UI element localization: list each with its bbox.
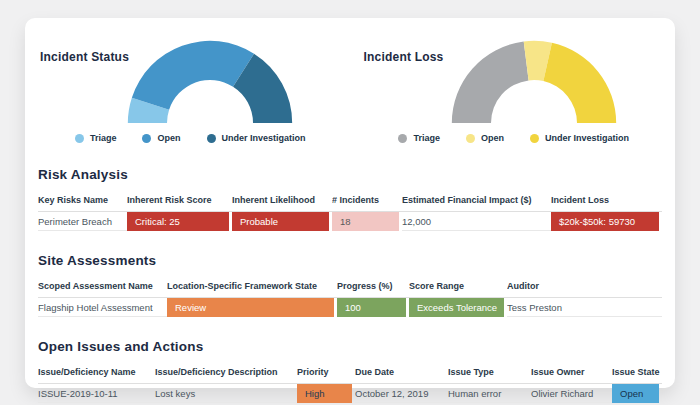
framework-state-cell[interactable]: Review — [167, 298, 334, 317]
issue-name-cell[interactable]: ISSUE-2019-10-11 — [38, 384, 155, 403]
under-investigation-legend-dot-icon — [530, 134, 539, 143]
inherent-risk-score-cell[interactable]: Critical: 25 — [127, 212, 229, 231]
column-header: Issue/Deficiency Description — [155, 363, 297, 384]
column-header: Estimated Financial Impact ($) — [402, 191, 551, 212]
legend-item-open[interactable]: Open — [466, 133, 504, 143]
legend-item-triage[interactable]: Triage — [398, 133, 440, 143]
triage-legend-dot-icon — [398, 134, 407, 143]
issue-owner-cell[interactable]: Olivier Richard — [531, 384, 612, 403]
inherent-likelihood-cell[interactable]: Probable — [232, 212, 329, 231]
assessment-name-cell[interactable]: Flagship Hotel Assessment — [38, 298, 167, 317]
open-issues-section: Open Issues and Actions Issue/Deficiency… — [38, 339, 662, 403]
column-header: Inherent Risk Score — [127, 191, 232, 212]
column-header: Issue State — [612, 363, 662, 384]
column-header: Incident Loss — [551, 191, 662, 212]
column-header: Priority — [297, 363, 355, 384]
issue-state-cell[interactable]: Open — [612, 384, 659, 403]
site-assessments-section: Site Assessments Scoped Assessment Name … — [38, 253, 662, 317]
due-date-cell[interactable]: October 12, 2019 — [355, 384, 448, 403]
legend-item-under-investigation[interactable]: Under Investigation — [207, 133, 306, 143]
risk-name-cell[interactable]: Perimeter Breach — [38, 212, 127, 231]
column-header: Key Risks Name — [38, 191, 127, 212]
column-header: Issue Type — [448, 363, 531, 384]
priority-cell[interactable]: High — [297, 384, 352, 403]
charts-row: Incident Status Triage Open Under Invest… — [38, 32, 662, 143]
column-header: Location-Specific Framework State — [167, 277, 337, 298]
site-assessments-title: Site Assessments — [38, 253, 662, 268]
column-header: Inherent Likelihood — [232, 191, 332, 212]
column-header: Auditor — [507, 277, 662, 298]
open-issues-table: Issue/Deficiency Name Issue/Deficiency D… — [38, 363, 662, 403]
risk-analysis-table: Key Risks Name Inherent Risk Score Inher… — [38, 191, 662, 231]
incident-status-legend: Triage Open Under Investigation — [68, 133, 339, 143]
incident-loss-chart: Incident Loss Triage Open Under Investig… — [362, 32, 663, 143]
column-header: Due Date — [355, 363, 448, 384]
column-header: Score Range — [409, 277, 507, 298]
column-header: Issue Owner — [531, 363, 612, 384]
legend-label: Under Investigation — [222, 133, 306, 143]
auditor-cell[interactable]: Tess Preston — [507, 298, 662, 317]
score-range-cell[interactable]: Exceeds Tolerance — [409, 298, 504, 317]
dashboard-card: Incident Status Triage Open Under Invest… — [25, 18, 675, 388]
triage-legend-dot-icon — [75, 134, 84, 143]
risk-analysis-title: Risk Analysis — [38, 167, 662, 182]
progress-cell[interactable]: 100 — [337, 298, 406, 317]
issue-description-cell[interactable]: Lost keys — [155, 384, 297, 403]
incident-loss-donut — [448, 38, 620, 124]
legend-label: Open — [157, 133, 180, 143]
legend-label: Open — [481, 133, 504, 143]
incident-loss-cell[interactable]: $20k-$50k: 59730 — [551, 212, 659, 231]
incident-status-donut — [124, 38, 296, 124]
site-assessments-table: Scoped Assessment Name Location-Specific… — [38, 277, 662, 317]
legend-label: Under Investigation — [545, 133, 629, 143]
incidents-count-cell[interactable]: 18 — [332, 212, 399, 231]
incident-status-chart: Incident Status Triage Open Under Invest… — [38, 32, 339, 143]
legend-item-triage[interactable]: Triage — [75, 133, 117, 143]
incident-loss-legend: Triage Open Under Investigation — [392, 133, 663, 143]
open-issues-title: Open Issues and Actions — [38, 339, 662, 354]
legend-label: Triage — [90, 133, 117, 143]
risk-analysis-section: Risk Analysis Key Risks Name Inherent Ri… — [38, 167, 662, 231]
issue-type-cell[interactable]: Human error — [448, 384, 531, 403]
donut-segment[interactable] — [543, 43, 616, 123]
legend-label: Triage — [413, 133, 440, 143]
open-legend-dot-icon — [142, 134, 151, 143]
column-header: Issue/Deficiency Name — [38, 363, 155, 384]
legend-item-under-investigation[interactable]: Under Investigation — [530, 133, 629, 143]
donut-segment[interactable] — [132, 41, 254, 110]
column-header: # Incidents — [332, 191, 402, 212]
column-header: Scoped Assessment Name — [38, 277, 167, 298]
column-header: Progress (%) — [337, 277, 409, 298]
donut-segment[interactable] — [451, 42, 528, 124]
under-investigation-legend-dot-icon — [207, 134, 216, 143]
legend-item-open[interactable]: Open — [142, 133, 180, 143]
open-legend-dot-icon — [466, 134, 475, 143]
financial-impact-cell[interactable]: 12,000 — [402, 212, 551, 231]
